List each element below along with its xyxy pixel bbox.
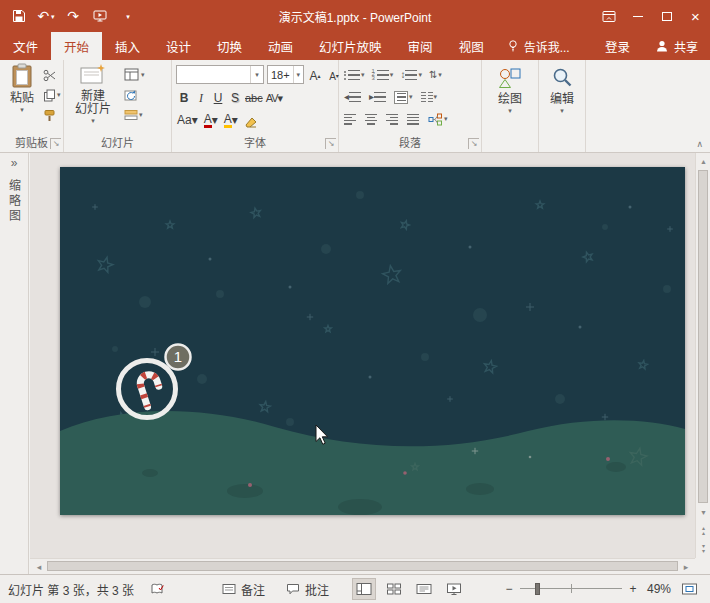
strikethrough-button[interactable]: abc [244,88,264,106]
vertical-scroll-thumb[interactable] [698,170,708,503]
maximize-button[interactable] [652,0,681,32]
start-slideshow-button[interactable] [91,5,109,27]
slides-group-label: 幻灯片 [64,134,171,150]
lightbulb-icon [507,39,519,53]
comments-button[interactable]: 批注 [286,575,329,603]
spell-check-button[interactable] [150,575,166,603]
tab-slideshow[interactable]: 幻灯片放映 [306,32,395,60]
reset-button[interactable] [124,86,138,104]
clipboard-dialog-launcher[interactable]: ↘ [50,138,61,149]
editing-canvas[interactable]: 1 [30,153,695,558]
font-name-select[interactable]: ▾ [176,65,264,84]
font-dialog-launcher[interactable]: ↘ [325,138,336,149]
new-slide-button[interactable]: 新建 幻灯片 ▾ [69,63,117,125]
text-shadow-button[interactable]: S [227,88,243,106]
justify-button[interactable] [407,114,419,125]
line-spacing-button[interactable]: ↕▾ [400,66,422,84]
zoom-out-button[interactable]: − [502,575,516,603]
shapes-icon [498,66,522,90]
slide-sorter-view-button[interactable] [382,578,406,600]
close-button[interactable]: × [681,0,710,32]
numbering-button[interactable]: 123▾ [372,66,394,84]
increase-font-size-button[interactable]: A▴ [307,66,323,84]
layout-icon [124,68,140,82]
group-clipboard: 粘贴 ▾ ▾ 剪贴板 ↘ [0,60,64,152]
slide[interactable]: 1 [60,167,685,515]
horizontal-scrollbar[interactable]: ◂ ▸ [30,558,695,574]
redo-button[interactable]: ↷ [64,5,82,27]
text-direction-button[interactable]: ⇅▾ [429,66,442,84]
increase-indent-button[interactable]: ▸ [369,88,386,106]
tab-design[interactable]: 设计 [153,32,204,60]
customize-qat-button[interactable]: ▾ [118,5,136,27]
expand-thumbnails-button[interactable]: » [0,153,28,173]
title-bar: ↶▾ ↷ ▾ 演示文稿1.pptx - PowerPoint × [0,0,710,32]
section-button[interactable]: ▾ [124,106,143,124]
highlight-color-button[interactable]: A▾ [223,110,239,128]
number-badge[interactable]: 1 [166,345,191,370]
scroll-up-button[interactable]: ▲ [696,153,710,169]
convert-to-smartart-button[interactable]: ▾ [428,110,448,128]
paste-button[interactable]: 粘贴 ▾ [2,63,42,114]
scroll-down-button[interactable]: ▼ [696,505,710,520]
tell-me-box[interactable]: 告诉我... [497,32,580,60]
align-text-button[interactable]: ▾ [394,88,413,106]
font-name-value [177,66,250,83]
tab-file[interactable]: 文件 [0,32,51,60]
previous-slide-button[interactable]: ▴▴ [696,522,710,539]
tab-home[interactable]: 开始 [51,32,102,60]
next-slide-button[interactable]: ▾▾ [696,540,710,557]
save-button[interactable] [10,5,28,27]
ribbon-display-options-button[interactable] [594,0,623,32]
paragraph-dialog-launcher[interactable]: ↘ [468,138,479,149]
change-case-button[interactable]: Aa▾ [176,110,199,128]
sign-in-button[interactable]: 登录 [592,32,643,60]
clear-formatting-button[interactable] [243,110,259,128]
align-right-button[interactable] [386,114,398,125]
font-color-button[interactable]: A▾ [203,110,219,128]
align-left-button[interactable] [344,114,356,125]
bullets-button[interactable]: ▾ [344,66,365,84]
collapse-ribbon-button[interactable]: ∧ [696,140,703,149]
zoom-slider[interactable] [520,575,622,603]
tab-review[interactable]: 审阅 [395,32,446,60]
italic-button[interactable]: I [193,88,209,106]
format-painter-button[interactable] [43,106,56,124]
tab-insert[interactable]: 插入 [102,32,153,60]
copy-icon [43,89,56,102]
character-spacing-button[interactable]: AV▾ [265,88,283,106]
decrease-indent-button[interactable]: ◂ [344,88,361,106]
normal-view-button[interactable] [352,578,376,600]
layout-button[interactable]: ▾ [124,66,145,84]
bold-button[interactable]: B [176,88,192,106]
copy-button[interactable]: ▾ [43,86,61,104]
vertical-scrollbar[interactable]: ▲ ▼ ▴▴ ▾▾ [695,153,710,558]
scroll-left-button[interactable]: ◂ [32,559,46,574]
zoom-percentage[interactable]: 49% [641,575,671,603]
zoom-slider-thumb[interactable] [535,583,540,595]
scroll-right-button[interactable]: ▸ [679,559,693,574]
tab-animations[interactable]: 动画 [255,32,306,60]
ribbon: 粘贴 ▾ ▾ 剪贴板 ↘ 新建 幻灯片 ▾ [0,60,710,153]
tab-transitions[interactable]: 切换 [204,32,255,60]
decrease-font-label: A [329,69,336,84]
minimize-button[interactable] [623,0,652,32]
align-center-button[interactable] [365,114,377,125]
font-size-select[interactable]: 18+▾ [267,65,304,84]
fit-to-window-button[interactable] [681,575,698,603]
underline-button[interactable]: U [210,88,226,106]
tab-view[interactable]: 视图 [446,32,497,60]
slideshow-view-icon [446,582,462,596]
reading-view-button[interactable] [412,578,436,600]
undo-button[interactable]: ↶▾ [37,5,55,27]
zoom-in-button[interactable]: + [626,575,640,603]
drawing-group-button[interactable]: 绘图 ▾ [488,66,532,115]
notes-button[interactable]: 备注 [222,575,265,603]
slideshow-view-button[interactable] [442,578,466,600]
horizontal-scroll-thumb[interactable] [47,561,678,571]
columns-button[interactable]: ▾ [421,88,438,106]
share-button[interactable]: 共享 [643,32,710,60]
ribbon-tab-row: 文件 开始 插入 设计 切换 动画 幻灯片放映 审阅 视图 告诉我... 登录 … [0,32,710,60]
cut-button[interactable] [43,66,56,84]
editing-group-button[interactable]: 编辑 ▾ [543,66,581,115]
